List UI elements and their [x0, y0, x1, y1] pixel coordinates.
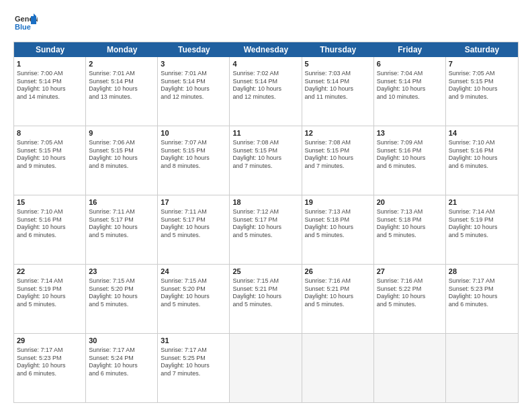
- calendar-header: SundayMondayTuesdayWednesdayThursdayFrid…: [14, 42, 518, 57]
- calendar-cell: 1Sunrise: 7:00 AM Sunset: 5:14 PM Daylig…: [14, 57, 86, 126]
- day-info: Sunrise: 7:05 AM Sunset: 5:15 PM Dayligh…: [449, 70, 515, 101]
- page: General Blue SundayMondayTuesdayWednesda…: [0, 0, 532, 411]
- day-info: Sunrise: 7:15 AM Sunset: 5:20 PM Dayligh…: [89, 277, 154, 309]
- svg-marker-2: [31, 16, 36, 24]
- calendar-cell: 15Sunrise: 7:10 AM Sunset: 5:16 PM Dayli…: [14, 195, 86, 264]
- day-info: Sunrise: 7:17 AM Sunset: 5:25 PM Dayligh…: [161, 347, 226, 378]
- svg-text:Blue: Blue: [15, 23, 31, 31]
- day-number: 15: [17, 197, 83, 208]
- day-info: Sunrise: 7:01 AM Sunset: 5:14 PM Dayligh…: [161, 70, 226, 101]
- calendar-cell: 26Sunrise: 7:16 AM Sunset: 5:21 PM Dayli…: [302, 265, 374, 333]
- calendar-cell: 29Sunrise: 7:17 AM Sunset: 5:23 PM Dayli…: [14, 334, 86, 402]
- calendar-cell: 11Sunrise: 7:08 AM Sunset: 5:15 PM Dayli…: [230, 126, 302, 195]
- day-number: 5: [305, 59, 371, 69]
- day-info: Sunrise: 7:08 AM Sunset: 5:15 PM Dayligh…: [232, 139, 298, 171]
- header-day: Tuesday: [158, 42, 230, 57]
- calendar-row: 1Sunrise: 7:00 AM Sunset: 5:14 PM Daylig…: [14, 57, 518, 126]
- calendar-cell: 24Sunrise: 7:15 AM Sunset: 5:20 PM Dayli…: [158, 265, 230, 333]
- calendar-cell: 27Sunrise: 7:16 AM Sunset: 5:22 PM Dayli…: [374, 265, 446, 333]
- day-number: 18: [232, 197, 298, 208]
- calendar-cell: 4Sunrise: 7:02 AM Sunset: 5:14 PM Daylig…: [230, 57, 302, 126]
- calendar-cell: 22Sunrise: 7:14 AM Sunset: 5:19 PM Dayli…: [14, 265, 86, 333]
- day-info: Sunrise: 7:03 AM Sunset: 5:14 PM Dayligh…: [305, 70, 371, 101]
- calendar-cell: [446, 334, 518, 402]
- calendar-cell: 16Sunrise: 7:11 AM Sunset: 5:17 PM Dayli…: [86, 195, 158, 264]
- calendar-cell: 5Sunrise: 7:03 AM Sunset: 5:14 PM Daylig…: [302, 57, 374, 126]
- day-number: 22: [17, 267, 83, 277]
- calendar-cell: [302, 334, 374, 402]
- calendar-cell: 19Sunrise: 7:13 AM Sunset: 5:18 PM Dayli…: [302, 195, 374, 264]
- calendar-cell: 31Sunrise: 7:17 AM Sunset: 5:25 PM Dayli…: [158, 334, 230, 402]
- day-number: 30: [89, 336, 154, 346]
- day-number: 3: [161, 59, 226, 69]
- calendar-cell: 25Sunrise: 7:15 AM Sunset: 5:21 PM Dayli…: [230, 265, 302, 333]
- calendar-cell: 13Sunrise: 7:09 AM Sunset: 5:16 PM Dayli…: [374, 126, 446, 195]
- calendar-row: 29Sunrise: 7:17 AM Sunset: 5:23 PM Dayli…: [14, 334, 518, 402]
- calendar-cell: 23Sunrise: 7:15 AM Sunset: 5:20 PM Dayli…: [86, 265, 158, 333]
- day-info: Sunrise: 7:00 AM Sunset: 5:14 PM Dayligh…: [17, 70, 83, 101]
- day-number: 1: [17, 59, 83, 69]
- header-day: Saturday: [446, 42, 518, 57]
- day-number: 28: [449, 267, 515, 277]
- day-number: 13: [377, 128, 443, 138]
- header-day: Thursday: [302, 42, 374, 57]
- day-info: Sunrise: 7:06 AM Sunset: 5:15 PM Dayligh…: [89, 139, 154, 171]
- day-info: Sunrise: 7:16 AM Sunset: 5:21 PM Dayligh…: [305, 277, 371, 309]
- day-number: 11: [232, 128, 298, 138]
- calendar-cell: 6Sunrise: 7:04 AM Sunset: 5:14 PM Daylig…: [374, 57, 446, 126]
- calendar-cell: 30Sunrise: 7:17 AM Sunset: 5:24 PM Dayli…: [86, 334, 158, 402]
- day-number: 21: [449, 197, 515, 208]
- calendar-cell: [230, 334, 302, 402]
- day-info: Sunrise: 7:10 AM Sunset: 5:16 PM Dayligh…: [17, 208, 83, 240]
- calendar-cell: 21Sunrise: 7:14 AM Sunset: 5:19 PM Dayli…: [446, 195, 518, 264]
- day-number: 20: [377, 197, 443, 208]
- day-info: Sunrise: 7:08 AM Sunset: 5:15 PM Dayligh…: [305, 139, 371, 171]
- calendar-row: 15Sunrise: 7:10 AM Sunset: 5:16 PM Dayli…: [14, 195, 518, 265]
- day-info: Sunrise: 7:15 AM Sunset: 5:21 PM Dayligh…: [232, 277, 298, 309]
- calendar-cell: 2Sunrise: 7:01 AM Sunset: 5:14 PM Daylig…: [86, 57, 158, 126]
- calendar-cell: 8Sunrise: 7:05 AM Sunset: 5:15 PM Daylig…: [14, 126, 86, 195]
- day-info: Sunrise: 7:10 AM Sunset: 5:16 PM Dayligh…: [449, 139, 515, 171]
- day-info: Sunrise: 7:17 AM Sunset: 5:24 PM Dayligh…: [89, 347, 154, 378]
- calendar-cell: [374, 334, 446, 402]
- calendar-cell: 7Sunrise: 7:05 AM Sunset: 5:15 PM Daylig…: [446, 57, 518, 126]
- day-number: 16: [89, 197, 154, 208]
- day-info: Sunrise: 7:15 AM Sunset: 5:20 PM Dayligh…: [161, 277, 226, 309]
- calendar-cell: 9Sunrise: 7:06 AM Sunset: 5:15 PM Daylig…: [86, 126, 158, 195]
- day-number: 17: [161, 197, 226, 208]
- logo-icon: General Blue: [13, 11, 38, 35]
- calendar-row: 22Sunrise: 7:14 AM Sunset: 5:19 PM Dayli…: [14, 265, 518, 334]
- day-info: Sunrise: 7:05 AM Sunset: 5:15 PM Dayligh…: [17, 139, 83, 171]
- header-day: Monday: [86, 42, 158, 57]
- day-number: 19: [305, 197, 371, 208]
- calendar-body: 1Sunrise: 7:00 AM Sunset: 5:14 PM Daylig…: [14, 57, 518, 402]
- day-number: 9: [89, 128, 154, 138]
- day-info: Sunrise: 7:13 AM Sunset: 5:18 PM Dayligh…: [377, 208, 443, 240]
- header-day: Sunday: [14, 42, 86, 57]
- day-info: Sunrise: 7:12 AM Sunset: 5:17 PM Dayligh…: [232, 208, 298, 240]
- day-number: 25: [232, 267, 298, 277]
- day-info: Sunrise: 7:14 AM Sunset: 5:19 PM Dayligh…: [449, 208, 515, 240]
- day-info: Sunrise: 7:17 AM Sunset: 5:23 PM Dayligh…: [449, 277, 515, 309]
- logo: General Blue: [13, 11, 40, 35]
- day-number: 31: [161, 336, 226, 346]
- header-day: Friday: [374, 42, 446, 57]
- day-number: 29: [17, 336, 83, 346]
- calendar-row: 8Sunrise: 7:05 AM Sunset: 5:15 PM Daylig…: [14, 126, 518, 195]
- calendar-cell: 28Sunrise: 7:17 AM Sunset: 5:23 PM Dayli…: [446, 265, 518, 333]
- day-number: 26: [305, 267, 371, 277]
- day-info: Sunrise: 7:11 AM Sunset: 5:17 PM Dayligh…: [89, 208, 154, 240]
- day-info: Sunrise: 7:13 AM Sunset: 5:18 PM Dayligh…: [305, 208, 371, 240]
- header: General Blue: [13, 11, 519, 35]
- calendar-cell: 20Sunrise: 7:13 AM Sunset: 5:18 PM Dayli…: [374, 195, 446, 264]
- day-info: Sunrise: 7:11 AM Sunset: 5:17 PM Dayligh…: [161, 208, 226, 240]
- calendar-cell: 3Sunrise: 7:01 AM Sunset: 5:14 PM Daylig…: [158, 57, 230, 126]
- day-number: 10: [161, 128, 226, 138]
- day-number: 14: [449, 128, 515, 138]
- day-info: Sunrise: 7:16 AM Sunset: 5:22 PM Dayligh…: [377, 277, 443, 309]
- day-number: 27: [377, 267, 443, 277]
- day-number: 7: [449, 59, 515, 69]
- day-number: 24: [161, 267, 226, 277]
- day-info: Sunrise: 7:14 AM Sunset: 5:19 PM Dayligh…: [17, 277, 83, 309]
- day-info: Sunrise: 7:07 AM Sunset: 5:15 PM Dayligh…: [161, 139, 226, 171]
